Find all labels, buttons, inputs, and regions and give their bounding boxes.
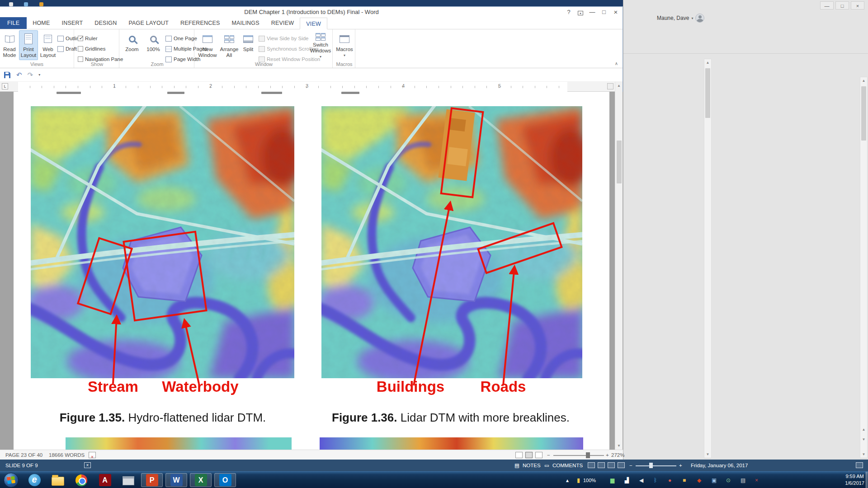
zoom-button[interactable]: Zoom bbox=[122, 30, 142, 60]
scrollbar-thumb[interactable] bbox=[617, 141, 622, 183]
tab-home[interactable]: HOME bbox=[27, 17, 56, 29]
proofing-errors-icon[interactable]: × bbox=[89, 452, 96, 458]
document-area[interactable]: Stream Waterbody Buildings Roads Figure … bbox=[0, 92, 623, 450]
undo-button[interactable]: ↶ bbox=[16, 71, 22, 79]
taskbar-outlook[interactable]: O bbox=[214, 473, 236, 487]
lidar-dtm-image-right[interactable] bbox=[321, 106, 582, 378]
taskbar-excel[interactable]: X bbox=[190, 473, 212, 487]
previous-slide-icon[interactable]: ▲ bbox=[860, 427, 867, 432]
collapse-ribbon-button[interactable]: ∧ bbox=[615, 61, 618, 66]
show-hidden-icons-button[interactable]: ▴ bbox=[566, 472, 569, 488]
tray-app-icon-3[interactable]: ⊙ bbox=[726, 472, 731, 488]
scrollbar-thumb[interactable] bbox=[705, 68, 710, 118]
redo-button[interactable]: ↷ bbox=[28, 71, 33, 79]
taskbar-file-explorer[interactable] bbox=[47, 473, 69, 487]
slide-indicator[interactable]: SLIDE 9 OF 9 bbox=[5, 460, 38, 471]
tab-file[interactable]: FILE bbox=[0, 17, 27, 29]
ppt-zoom-out-button[interactable]: − bbox=[629, 460, 632, 471]
document-page[interactable]: Stream Waterbody Buildings Roads Figure … bbox=[14, 92, 609, 450]
taskbar-generic-window[interactable] bbox=[118, 473, 139, 487]
arrange-all-button[interactable]: Arrange All bbox=[219, 30, 240, 60]
macros-button[interactable]: Macros ▾ bbox=[335, 30, 354, 60]
page-indicator[interactable]: PAGE 23 OF 40 bbox=[5, 450, 42, 460]
scroll-up-icon[interactable]: ▲ bbox=[704, 61, 711, 65]
start-button[interactable] bbox=[4, 473, 19, 488]
horizontal-ruler[interactable]: L 1 2 3 4 5 bbox=[0, 82, 623, 92]
zoom-slider-track[interactable] bbox=[553, 455, 604, 456]
ppt-zoom-slider-track[interactable] bbox=[636, 465, 676, 466]
tray-performance-icon[interactable]: ▆ bbox=[610, 472, 614, 488]
tray-antivirus-icon[interactable]: ● bbox=[668, 472, 671, 488]
tab-mailings[interactable]: MAILINGS bbox=[226, 17, 265, 29]
read-mode-button[interactable]: Read Mode bbox=[1, 30, 18, 60]
tray-app-icon-2[interactable]: ▣ bbox=[712, 472, 717, 488]
tab-view[interactable]: VIEW bbox=[300, 18, 327, 29]
notes-button[interactable]: NOTES bbox=[523, 460, 541, 471]
fit-slide-to-window-button[interactable] bbox=[856, 462, 863, 468]
gridlines-checkbox[interactable]: Gridlines bbox=[78, 44, 105, 53]
tray-volume-icon[interactable]: ◀ bbox=[639, 472, 643, 488]
zoom-level[interactable]: 272% bbox=[611, 450, 624, 460]
zoom-slider-thumb[interactable] bbox=[586, 452, 590, 458]
ppt-normal-view-button[interactable] bbox=[588, 462, 595, 468]
web-layout-view-button[interactable] bbox=[535, 452, 542, 458]
zoom-out-button[interactable]: − bbox=[547, 450, 550, 460]
next-slide-icon[interactable]: ▼ bbox=[860, 437, 867, 441]
tray-app-icon-4[interactable]: ▤ bbox=[741, 472, 745, 488]
scroll-up-icon[interactable]: ▲ bbox=[615, 84, 623, 88]
taskbar-clock[interactable]: 9:59 AM 1/6/2017 bbox=[845, 473, 864, 487]
split-button[interactable]: Split bbox=[241, 30, 256, 60]
word-count[interactable]: 18666 WORDS bbox=[49, 450, 85, 460]
taskbar-chrome[interactable] bbox=[71, 473, 92, 487]
ppt-slideshow-view-button[interactable] bbox=[618, 462, 625, 468]
powerpoint-background-window[interactable]: — □ × Maune, Dave ▾ ▲ ▼ ▲ ▲ ▼ ▼ bbox=[623, 0, 868, 460]
ppt-proofing-icon[interactable]: × bbox=[84, 462, 91, 468]
scroll-down-icon[interactable]: ▼ bbox=[704, 452, 711, 456]
scroll-down-icon[interactable]: ▼ bbox=[860, 452, 867, 456]
scroll-up-icon[interactable]: ▲ bbox=[860, 79, 867, 83]
switch-windows-button[interactable]: Switch Windows ▾ bbox=[309, 30, 332, 60]
titlebar[interactable]: DEM Chapter 1 (Introduction to DEMs) Fin… bbox=[0, 7, 623, 18]
tray-app-icon-1[interactable]: ◆ bbox=[697, 472, 701, 488]
one-page-button[interactable]: One Page bbox=[165, 34, 197, 43]
tab-stop-selector[interactable]: L bbox=[2, 83, 8, 89]
show-desktop-button[interactable] bbox=[866, 472, 868, 488]
qat-customize-button[interactable]: ▾ bbox=[38, 73, 40, 77]
ribbon-display-options-button[interactable]: ▴ bbox=[575, 7, 586, 18]
tab-page-layout[interactable]: PAGE LAYOUT bbox=[123, 17, 175, 29]
scroll-down-icon[interactable]: ▼ bbox=[615, 444, 623, 448]
save-icon[interactable] bbox=[4, 71, 11, 79]
tray-update-icon[interactable]: ■ bbox=[683, 472, 686, 488]
close-button[interactable]: × bbox=[610, 7, 622, 18]
ppt-reading-view-button[interactable] bbox=[608, 462, 615, 468]
tab-review[interactable]: REVIEW bbox=[265, 17, 300, 29]
print-layout-view-button[interactable] bbox=[525, 452, 533, 458]
read-mode-view-button[interactable] bbox=[515, 452, 523, 458]
ruler-checkbox[interactable]: Ruler bbox=[78, 34, 97, 43]
ppt-zoom-in-button[interactable]: + bbox=[679, 460, 682, 471]
zoom-100-button[interactable]: 100% bbox=[144, 30, 163, 60]
tab-insert[interactable]: INSERT bbox=[56, 17, 89, 29]
lidar-dtm-image-left[interactable] bbox=[31, 106, 294, 378]
maximize-button[interactable]: □ bbox=[598, 7, 610, 18]
bw-minimize-button[interactable]: — bbox=[820, 1, 834, 9]
taskbar-acrobat[interactable]: A bbox=[94, 473, 116, 487]
word-vertical-scrollbar[interactable]: ▲ ▼ bbox=[615, 82, 623, 450]
web-layout-button[interactable]: Web Layout bbox=[39, 30, 57, 60]
print-layout-button[interactable]: Print Layout bbox=[19, 30, 38, 60]
taskbar-powerpoint[interactable]: P bbox=[141, 473, 163, 487]
account-name[interactable]: Maune, Dave ▾ bbox=[657, 14, 704, 23]
minimize-button[interactable]: — bbox=[586, 7, 598, 18]
battery-percentage[interactable]: 100% bbox=[583, 472, 596, 488]
zoom-in-button[interactable]: + bbox=[606, 450, 609, 460]
bw-close-button[interactable]: × bbox=[851, 1, 864, 9]
bw-maximize-button[interactable]: □ bbox=[835, 1, 849, 9]
draft-button[interactable]: Draft bbox=[57, 44, 77, 53]
help-button[interactable]: ? bbox=[563, 7, 575, 18]
scrollbar-thumb[interactable] bbox=[861, 86, 866, 141]
tray-bluetooth-icon[interactable]: ᛒ bbox=[654, 472, 657, 488]
tray-app-icon-5[interactable]: × bbox=[755, 472, 758, 488]
tab-references[interactable]: REFERENCES bbox=[175, 17, 226, 29]
comments-button[interactable]: COMMENTS bbox=[552, 460, 583, 471]
ppt-zoom-slider-thumb[interactable] bbox=[649, 463, 653, 468]
